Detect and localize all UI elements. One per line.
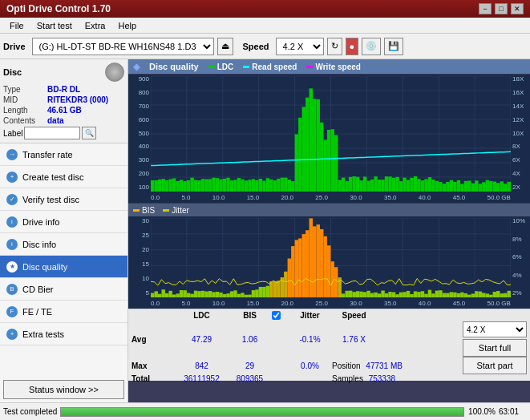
jitter-checkbox[interactable] (272, 311, 281, 320)
stats-bar: LDC BIS Jitter Speed Avg 47.29 1.06 -0.1… (128, 309, 530, 381)
mid-value: RITEKDR3 (000) (47, 95, 108, 104)
type-label: Type (3, 85, 47, 94)
bottom-chart-canvas (151, 218, 511, 297)
window-controls: − □ ✕ (479, 3, 524, 14)
mid-label: MID (3, 95, 47, 104)
disc-button[interactable]: 💿 (362, 38, 381, 55)
sidebar-item-disc-quality[interactable]: ★ Disc quality (0, 256, 127, 278)
label-browse-button[interactable]: 🔍 (82, 127, 96, 139)
top-chart: 900800700600500400300200100 18X16X14X12X… (128, 75, 530, 203)
samples-value: 753338 (369, 374, 395, 383)
start-part-button[interactable]: Start part (463, 357, 527, 374)
progress-area: Test completed 100.0% 63:01 (0, 402, 530, 420)
menu-help[interactable]: Help (111, 19, 143, 32)
chart-icon: ◈ (133, 62, 140, 72)
start-full-button[interactable]: Start full (463, 339, 527, 357)
close-button[interactable]: ✕ (511, 3, 524, 14)
speed-select[interactable]: 4.2 X (276, 38, 324, 55)
extra-tests-label: Extra tests (22, 329, 64, 339)
bis-legend-label: BIS (142, 206, 155, 215)
sidebar-item-extra-tests[interactable]: + Extra tests (0, 323, 127, 345)
minimize-button[interactable]: − (479, 3, 492, 14)
legend-write-speed: Write speed (306, 63, 361, 71)
samples-label: Samples (332, 374, 363, 383)
drive-label: Drive (3, 42, 26, 51)
titlebar: Opti Drive Control 1.70 − □ ✕ (0, 0, 530, 18)
status-window-button[interactable]: Status window >> (3, 380, 124, 399)
avg-bis: 1.06 (228, 335, 272, 344)
content-area: ◈ Disc quality LDC Read speed Write spee… (128, 59, 530, 402)
sidebar-item-transfer-rate[interactable]: → Transfer rate (0, 143, 127, 166)
length-value: 46.61 GB (47, 106, 82, 115)
app-title: Opti Drive Control 1.70 (6, 3, 111, 14)
drive-info-icon: i (6, 216, 18, 228)
save-button[interactable]: 💾 (384, 38, 403, 55)
top-chart-canvas (151, 76, 511, 192)
drive-info-label: Drive info (22, 217, 59, 227)
position-label-area: Position 47731 MB (332, 361, 404, 370)
ldc-col-header: LDC (176, 311, 228, 320)
max-jitter: 0.0% (288, 361, 332, 370)
jitter-legend-dot (163, 209, 169, 212)
avg-label: Avg (131, 335, 176, 344)
stats-total-row: Total 36111952 809365 Samples 753338 (128, 374, 530, 383)
legend-bis: BIS (133, 206, 155, 215)
jitter-col-header: Jitter (288, 311, 332, 320)
eject-button[interactable]: ⏏ (217, 38, 233, 55)
max-bis: 29 (228, 361, 272, 370)
sidebar-item-drive-info[interactable]: i Drive info (0, 211, 127, 233)
scan-button[interactable]: ● (346, 38, 359, 55)
sidebar-item-create-test-disc[interactable]: + Create test disc (0, 166, 127, 188)
disc-panel: Disc Type BD-R DL MID RITEKDR3 (000) Len… (0, 59, 127, 143)
disc-panel-title: Disc (3, 67, 22, 77)
label-input[interactable] (24, 127, 80, 139)
avg-jitter: -0.1% (288, 335, 332, 344)
disc-info-label: Disc info (22, 240, 56, 249)
fe-te-icon: F (6, 306, 18, 317)
legend-ldc: LDC (208, 63, 234, 71)
type-value: BD-R DL (47, 85, 80, 94)
menubar: File Start test Extra Help (0, 18, 530, 34)
progress-bar (60, 407, 464, 417)
progress-percent: 100.0% (467, 407, 496, 416)
menu-extra[interactable]: Extra (79, 19, 112, 32)
jitter-legend-label: Jitter (172, 206, 189, 215)
menu-start-test[interactable]: Start test (30, 19, 79, 32)
max-ldc: 842 (176, 361, 228, 370)
contents-value: data (47, 116, 64, 125)
chart-header: ◈ Disc quality LDC Read speed Write spee… (128, 59, 530, 74)
verify-test-disc-icon: ✓ (6, 194, 18, 205)
sidebar-item-fe-te[interactable]: F FE / TE (0, 301, 127, 323)
speed-dropdown[interactable]: 4.2 X (463, 321, 527, 337)
length-label: Length (3, 106, 47, 115)
legend-jitter: Jitter (163, 206, 189, 215)
stats-avg-row: Avg 47.29 1.06 -0.1% 1.76 X 4.2 X Start … (128, 321, 530, 357)
ldc-legend-dot (208, 66, 215, 68)
sidebar-item-verify-test-disc[interactable]: ✓ Verify test disc (0, 188, 127, 211)
create-test-disc-icon: + (6, 172, 18, 183)
progress-time: 63:01 (499, 407, 527, 416)
refresh-button[interactable]: ↻ (327, 38, 342, 55)
bis-legend-dot (133, 209, 140, 212)
chart-title: Disc quality (149, 62, 199, 71)
menu-file[interactable]: File (3, 19, 30, 32)
speed-col-header: Speed (332, 311, 376, 320)
sidebar: Disc Type BD-R DL MID RITEKDR3 (000) Len… (0, 59, 128, 402)
cd-bier-icon: B (6, 284, 18, 295)
status-text: Test completed (3, 407, 57, 416)
write-speed-legend-dot (306, 66, 313, 68)
position-label: Position (332, 361, 361, 370)
write-speed-legend-label: Write speed (315, 63, 361, 71)
drive-select[interactable]: (G:) HL-DT-ST BD-RE WH16NS48 1.D3 (32, 38, 214, 55)
sidebar-item-disc-info[interactable]: i Disc info (0, 233, 127, 256)
disc-info-icon: i (6, 239, 18, 250)
transfer-rate-icon: → (6, 149, 18, 160)
extra-tests-icon: + (6, 329, 18, 340)
action-buttons: 4.2 X Start full (463, 321, 527, 357)
cd-bier-label: CD Bier (22, 285, 54, 294)
bottom-chart-header: BIS Jitter (128, 204, 530, 216)
speed-label: Speed (243, 42, 269, 51)
maximize-button[interactable]: □ (495, 3, 508, 14)
sidebar-item-cd-bier[interactable]: B CD Bier (0, 278, 127, 301)
legend-read-speed: Read speed (243, 63, 297, 71)
